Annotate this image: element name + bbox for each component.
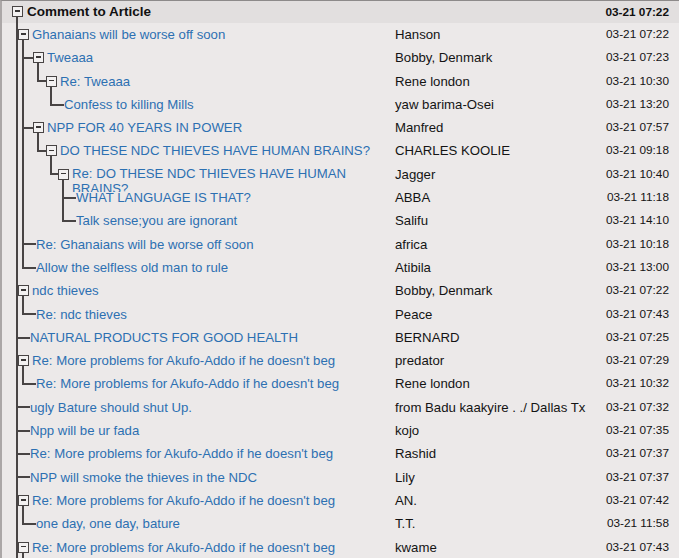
comment-title-link[interactable]: one day, one day, bature <box>36 512 180 535</box>
comment-timestamp: 03-21 11:18 <box>607 186 669 209</box>
tree-line <box>16 512 18 535</box>
comment-author: Jagger <box>395 163 435 186</box>
tree-line <box>22 267 36 269</box>
tree-line <box>22 70 24 93</box>
collapse-toggle-icon[interactable] <box>46 76 57 87</box>
comment-author: Bobby, Denmark <box>395 279 492 302</box>
comment-title-link[interactable]: Re: Ghanaians will be worse off soon <box>36 233 253 256</box>
comment-timestamp: 03-21 13:00 <box>606 256 669 279</box>
comment-timestamp: 03-21 07:57 <box>606 116 669 139</box>
comment-title-link[interactable]: Re: More problems for Akufo-Addo if he d… <box>32 349 335 372</box>
tree-line <box>22 163 24 186</box>
tree-line <box>22 127 33 129</box>
tree-line <box>22 40 24 47</box>
comment-timestamp: 03-21 09:18 <box>606 139 669 162</box>
comment-timestamp: 03-21 07:43 <box>606 536 669 558</box>
comment-author: Lily <box>395 466 415 489</box>
tree-line <box>16 476 30 478</box>
comment-row: Re: More problems for Akufo-Addo if he d… <box>2 349 679 372</box>
comment-title-link[interactable]: NATURAL PRODUCTS FOR GOOD HEALTH <box>30 326 298 349</box>
comment-row: ugly Bature should shut Up.from Badu kaa… <box>2 396 679 419</box>
comment-row: Re: More problems for Akufo-Addo if he d… <box>2 536 679 558</box>
tree-line <box>16 337 30 339</box>
comment-row: Re: ndc thievesPeace03-21 07:43 <box>2 303 679 326</box>
comment-timestamp: 03-21 10:40 <box>606 163 669 186</box>
comment-title-link[interactable]: Confess to killing Mills <box>64 93 194 116</box>
comment-timestamp: 03-21 10:32 <box>606 372 669 395</box>
tree-line <box>22 243 36 245</box>
comment-timestamp: 03-21 07:35 <box>606 419 669 442</box>
comment-title-link[interactable]: Re: More problems for Akufo-Addo if he d… <box>32 536 335 558</box>
comment-title-link[interactable]: ugly Bature should shut Up. <box>30 396 192 419</box>
collapse-toggle-icon[interactable] <box>58 169 69 180</box>
page-title: Comment to Article <box>27 1 151 23</box>
comment-title-link[interactable]: NPP will smoke the thieves in the NDC <box>30 466 257 489</box>
tree-line <box>16 233 18 256</box>
collapse-toggle-icon[interactable] <box>18 542 29 553</box>
tree-line <box>16 46 18 69</box>
comment-row: Re: DO THESE NDC THIEVES HAVE HUMAN BRAI… <box>2 163 679 186</box>
comment-title-link[interactable]: Npp will be ur fada <box>30 419 139 442</box>
comment-author: Hanson <box>395 23 440 46</box>
collapse-toggle-icon[interactable] <box>33 52 44 63</box>
comment-title-link[interactable]: Ghanaians will be worse off soon <box>32 23 225 46</box>
comment-timestamp: 03-21 07:25 <box>606 326 669 349</box>
comment-title-link[interactable]: Re: More problems for Akufo-Addo if he d… <box>30 442 333 465</box>
comment-row: Npp will be ur fadakojo03-21 07:35 <box>2 419 679 442</box>
comment-title-link[interactable]: Re: Tweaaa <box>60 70 130 93</box>
tree-line <box>22 296 24 303</box>
tree-line <box>22 552 24 558</box>
tree-line <box>22 505 24 512</box>
tree-line <box>62 179 64 186</box>
comment-timestamp: 03-21 11:58 <box>607 512 669 535</box>
header-timestamp: 03-21 07:22 <box>605 1 669 23</box>
comment-title-link[interactable]: WHAT LANGUAGE IS THAT? <box>76 186 251 209</box>
tree-line <box>62 220 76 222</box>
tree-line <box>22 523 36 525</box>
collapse-toggle-icon[interactable] <box>18 29 29 40</box>
tree-line <box>16 209 18 232</box>
comment-timestamp: 03-21 07:29 <box>606 349 669 372</box>
comment-title-link[interactable]: ndc thieves <box>32 279 99 302</box>
comment-title-link[interactable]: Re: More problems for Akufo-Addo if he d… <box>32 489 335 512</box>
collapse-toggle-icon[interactable] <box>18 355 29 366</box>
tree-line <box>16 116 18 139</box>
collapse-toggle-icon[interactable] <box>18 495 29 506</box>
comment-title-link[interactable]: Allow the selfless old man to rule <box>36 256 228 279</box>
comment-author: BERNARD <box>395 326 459 349</box>
comment-row: NPP will smoke the thieves in the NDCLil… <box>2 466 679 489</box>
comment-timestamp: 03-21 14:10 <box>606 209 669 232</box>
comment-row: Allow the selfless old man to ruleAtibil… <box>2 256 679 279</box>
comment-timestamp: 03-21 07:32 <box>606 396 669 419</box>
collapse-toggle-icon[interactable] <box>46 145 57 156</box>
comment-title-link[interactable]: Tweaaa <box>47 46 93 69</box>
comment-list: Ghanaians will be worse off soonHanson03… <box>2 23 679 558</box>
tree-line <box>37 133 39 140</box>
comment-author: AN. <box>395 489 417 512</box>
tree-line <box>16 16 18 23</box>
tree-line <box>62 197 76 199</box>
comment-author: kojo <box>395 419 419 442</box>
tree-line <box>22 366 24 373</box>
comment-title-link[interactable]: Re: More problems for Akufo-Addo if he d… <box>36 372 339 395</box>
collapse-toggle-icon[interactable] <box>33 122 44 133</box>
comment-timestamp: 03-21 07:37 <box>606 442 669 465</box>
collapse-toggle-icon[interactable] <box>18 285 29 296</box>
comment-author: Rene london <box>395 372 470 395</box>
comment-title-link[interactable]: DO THESE NDC THIEVES HAVE HUMAN BRAINS? <box>60 139 370 162</box>
comment-title-link[interactable]: NPP FOR 40 YEARS IN POWER <box>47 116 242 139</box>
comment-author: predator <box>395 349 444 372</box>
comment-timestamp: 03-21 07:37 <box>606 466 669 489</box>
comment-author: Peace <box>395 303 432 326</box>
comment-timestamp: 03-21 10:30 <box>606 70 669 93</box>
comment-row: Re: TweaaaRene london03-21 10:30 <box>2 70 679 93</box>
comment-timestamp: 03-21 07:23 <box>606 46 669 69</box>
tree-line <box>16 303 18 326</box>
tree-line <box>22 186 24 209</box>
comment-author: Atibila <box>395 256 431 279</box>
collapse-toggle-icon[interactable] <box>12 6 23 17</box>
tree-line <box>16 256 18 279</box>
comment-title-link[interactable]: Re: ndc thieves <box>36 303 127 326</box>
tree-line <box>50 156 52 163</box>
comment-title-link[interactable]: Talk sense;you are ignorant <box>76 209 237 232</box>
